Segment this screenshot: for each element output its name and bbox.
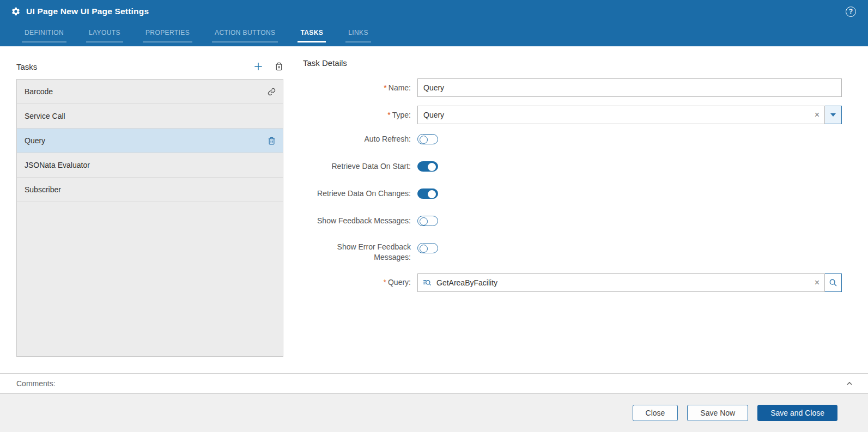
query-label: *Query: [303,277,417,288]
show-error-feedback-row: Show Error Feedback Messages: [303,242,842,263]
page-title: UI Page New UI Page Settings [26,7,149,16]
tasks-panel-title: Tasks [16,62,37,71]
tab-links[interactable]: LINKS [345,27,371,42]
query-search-button[interactable] [824,273,842,292]
chevron-up-icon[interactable] [845,379,854,388]
task-list-item-service-call[interactable]: Service Call [17,104,283,129]
retrieve-on-start-label: Retrieve Data On Start: [303,161,417,172]
help-icon[interactable]: ? [846,7,856,17]
task-item-label: Subscriber [25,185,61,194]
required-marker: * [384,83,386,92]
link-icon[interactable] [268,88,276,96]
retrieve-on-start-row: Retrieve Data On Start: [303,160,842,172]
auto-refresh-toggle[interactable] [417,134,438,144]
chevron-down-icon [830,113,836,117]
add-task-icon[interactable] [253,61,264,72]
task-details-panel: Task Details *Name: *Type: × Auto [303,58,842,373]
tab-definition[interactable]: DEFINITION [22,27,66,42]
clear-icon[interactable]: × [815,111,820,119]
task-details-title: Task Details [303,58,842,68]
type-combo-input[interactable] [417,106,825,124]
tab-action-buttons[interactable]: ACTION BUTTONS [212,27,278,42]
auto-refresh-label: Auto Refresh: [303,134,417,144]
tasks-panel-header: Tasks [16,58,283,75]
comments-section: Comments: [0,373,868,394]
type-label: *Type: [303,110,417,120]
retrieve-on-changes-label: Retrieve Data On Changes: [303,188,417,199]
task-list-item-query[interactable]: Query [17,129,283,153]
tab-layouts[interactable]: LAYOUTS [86,27,123,42]
task-list-item-subscriber[interactable]: Subscriber [17,178,283,202]
gear-icon [11,7,21,16]
retrieve-on-changes-row: Retrieve Data On Changes: [303,187,842,199]
retrieve-on-changes-toggle[interactable] [417,188,438,199]
tab-tasks[interactable]: TASKS [298,27,326,42]
close-button[interactable]: Close [633,405,678,421]
name-label: *Name: [303,83,417,93]
delete-task-icon[interactable] [275,62,283,71]
show-error-feedback-label: Show Error Feedback Messages: [303,242,417,263]
retrieve-on-start-toggle[interactable] [417,161,438,172]
trash-icon[interactable] [268,137,276,145]
task-item-label: Barcode [25,87,53,96]
save-and-close-button[interactable]: Save and Close [757,405,837,421]
save-now-button[interactable]: Save Now [687,405,748,421]
query-type-icon [422,278,432,287]
footer-bar: Close Save Now Save and Close [0,394,868,432]
query-row: *Query: × [303,273,842,292]
query-input[interactable] [417,273,825,292]
task-list: Barcode Service Call Query JSONata Evalu… [16,79,283,357]
tasks-panel: Tasks Barcode Se [16,58,283,373]
show-error-feedback-toggle[interactable] [417,243,438,253]
task-item-label: JSONata Evaluator [25,161,90,169]
ui-page-settings-window: UI Page New UI Page Settings ? DEFINITIO… [0,0,868,432]
tab-properties[interactable]: PROPERTIES [143,27,192,42]
comments-label: Comments: [16,379,56,388]
type-row: *Type: × [303,106,842,124]
show-feedback-toggle[interactable] [417,216,438,226]
task-list-item-barcode[interactable]: Barcode [17,80,283,104]
name-row: *Name: [303,78,842,97]
main-content: Tasks Barcode Se [0,46,868,373]
header: UI Page New UI Page Settings ? DEFINITIO… [0,0,868,46]
tasks-toolbar [253,61,283,72]
tab-bar: DEFINITION LAYOUTS PROPERTIES ACTION BUT… [0,23,868,46]
name-input[interactable] [417,78,842,97]
task-item-label: Query [25,136,45,145]
type-dropdown-button[interactable] [824,106,842,124]
clear-icon[interactable]: × [815,278,820,287]
show-feedback-row: Show Feedback Messages: [303,215,842,227]
task-list-item-jsonata-evaluator[interactable]: JSONata Evaluator [17,153,283,178]
task-item-label: Service Call [25,112,65,120]
titlebar: UI Page New UI Page Settings ? [0,0,868,23]
required-marker: * [384,278,386,287]
auto-refresh-row: Auto Refresh: [303,133,842,145]
show-feedback-label: Show Feedback Messages: [303,216,417,226]
required-marker: * [387,111,390,119]
